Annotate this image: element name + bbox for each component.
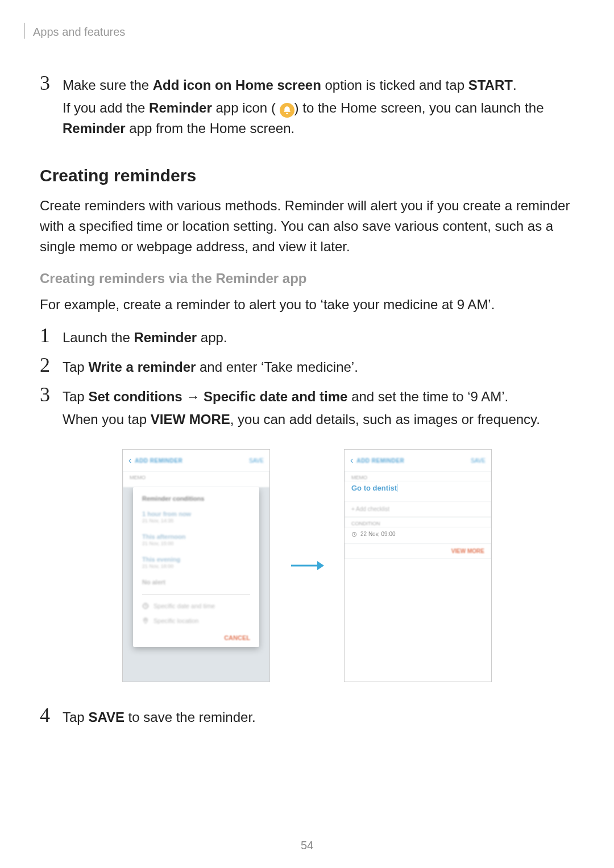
- figure-row: ‹ ADD REMINDER SAVE MEMO Reminder condit…: [40, 449, 574, 682]
- screen-title: ADD REMINDER: [356, 458, 471, 464]
- step-1-text: Launch the Reminder app.: [63, 327, 574, 348]
- text: and set the time to ‘9 AM’.: [347, 389, 508, 404]
- save-label: SAVE: [249, 458, 264, 464]
- step-number: 4: [40, 705, 63, 730]
- text: Specific date and time: [154, 603, 215, 609]
- text: Tap: [63, 389, 88, 404]
- step-3-line1: Make sure the Add icon on Home screen op…: [63, 75, 574, 95]
- step-2: 2 Tap Write a reminder and enter ‘Take m…: [40, 355, 574, 380]
- example-paragraph: For example, create a reminder to alert …: [40, 294, 574, 315]
- heading-creating-reminders: Creating reminders: [40, 166, 574, 185]
- location-icon: [142, 617, 149, 624]
- bold-text: Write a reminder: [88, 359, 196, 375]
- step-number: 3: [40, 384, 63, 432]
- titlebar: ‹ ADD REMINDER SAVE: [345, 450, 491, 471]
- step-3-line1: Tap Set conditions → Specific date and t…: [63, 387, 574, 407]
- step-number: 3: [40, 73, 63, 141]
- clock-icon: [351, 531, 357, 537]
- screenshot-left: ‹ ADD REMINDER SAVE MEMO Reminder condit…: [122, 449, 270, 682]
- memo-label: MEMO: [123, 471, 269, 487]
- text: , you can add details, such as images or…: [230, 412, 540, 427]
- save-label: SAVE: [471, 458, 486, 464]
- option-afternoon: This afternoon21 Nov, 15:00: [142, 533, 250, 547]
- text: app from the Home screen.: [126, 121, 294, 136]
- text: .: [513, 77, 517, 93]
- bold-text: Set conditions: [88, 389, 182, 404]
- bold-text: START: [468, 77, 513, 93]
- view-more-label: VIEW MORE: [345, 543, 491, 559]
- subheading-via-app: Creating reminders via the Reminder app: [40, 271, 574, 286]
- bold-text: Reminder: [134, 330, 197, 345]
- intro-paragraph: Create reminders with various methods. R…: [40, 196, 574, 257]
- arrow-icon: [287, 559, 327, 572]
- step-number: 2: [40, 355, 63, 380]
- titlebar: ‹ ADD REMINDER SAVE: [123, 450, 269, 471]
- screen-title: ADD REMINDER: [135, 458, 249, 464]
- bold-text: Reminder: [149, 100, 212, 115]
- text: option is ticked and tap: [321, 77, 468, 93]
- bold-text: VIEW MORE: [151, 412, 230, 427]
- back-icon: ‹: [350, 455, 353, 466]
- text: Specific location: [154, 617, 199, 624]
- text: and enter ‘Take medicine’.: [196, 359, 358, 375]
- step-1: 1 Launch the Reminder app.: [40, 325, 574, 350]
- step-4: 4 Tap SAVE to save the reminder.: [40, 705, 574, 730]
- popup-title: Reminder conditions: [142, 495, 250, 502]
- memo-label: MEMO: [345, 471, 491, 481]
- clock-icon: [142, 603, 149, 609]
- text: ) to the Home screen, you can launch the: [294, 100, 544, 115]
- option-specific-location: Specific location: [142, 617, 250, 624]
- text: Tap: [63, 359, 88, 375]
- step-3-line2: If you add the Reminder app icon ( ) to …: [63, 98, 574, 139]
- arrow-text: →: [182, 389, 204, 404]
- memo-input-value: Go to dentist: [345, 481, 491, 501]
- screenshot-right: ‹ ADD REMINDER SAVE MEMO Go to dentist +…: [344, 449, 492, 682]
- step-3-top: 3 Make sure the Add icon on Home screen …: [40, 73, 574, 141]
- svg-marker-2: [317, 561, 324, 570]
- condition-row: 22 Nov, 09:00: [345, 528, 491, 543]
- step-3-line2: When you tap VIEW MORE, you can add deta…: [63, 409, 574, 430]
- divider: [142, 594, 250, 595]
- step-3: 3 Tap Set conditions → Specific date and…: [40, 384, 574, 432]
- step-2-text: Tap Write a reminder and enter ‘Take med…: [63, 357, 574, 377]
- blank-area: [345, 559, 491, 682]
- option-noalert: No alert: [142, 578, 250, 586]
- bold-text: SAVE: [88, 709, 125, 725]
- condition-label: CONDITION: [345, 517, 491, 528]
- bold-text: Add icon on Home screen: [153, 77, 321, 93]
- bold-text: Specific date and time: [204, 389, 347, 404]
- page-number: 54: [0, 839, 614, 852]
- text: Make sure the: [63, 77, 153, 93]
- condition-value: 22 Nov, 09:00: [360, 531, 396, 537]
- bold-text: Reminder: [63, 121, 126, 136]
- option-evening: This evening21 Nov, 18:00: [142, 555, 250, 570]
- step-4-text: Tap SAVE to save the reminder.: [63, 707, 574, 728]
- text: app.: [197, 330, 227, 345]
- text: Tap: [63, 709, 88, 725]
- back-icon: ‹: [128, 455, 131, 466]
- text: app icon (: [212, 100, 276, 115]
- running-header: Apps and features: [24, 23, 574, 39]
- text: When you tap: [63, 412, 151, 427]
- text: to save the reminder.: [125, 709, 256, 725]
- option-specific-date: Specific date and time: [142, 603, 250, 609]
- text: Launch the: [63, 330, 134, 345]
- option-1hour: 1 hour from now21 Nov, 14:35: [142, 510, 250, 525]
- cancel-label: CANCEL: [142, 634, 250, 641]
- text: If you add the: [63, 100, 149, 115]
- step-number: 1: [40, 325, 63, 350]
- reminder-app-icon: [280, 103, 294, 118]
- add-checklist: + Add checklist: [345, 501, 491, 517]
- conditions-popup: Reminder conditions 1 hour from now21 No…: [133, 487, 259, 647]
